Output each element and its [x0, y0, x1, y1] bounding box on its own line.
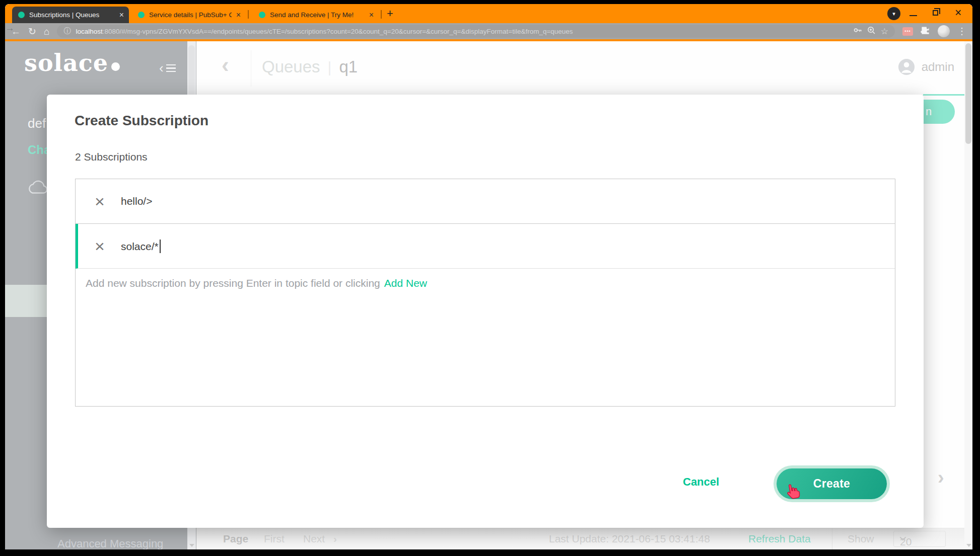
cursor-hand-icon: [784, 482, 802, 504]
close-window-button[interactable]: ×: [955, 6, 961, 20]
tab-favicon-icon: [259, 12, 265, 18]
helper-text: Add new subscription by pressing Enter i…: [76, 269, 895, 289]
subscription-list: × hello/> × solace/* Add new subscriptio…: [75, 179, 895, 407]
new-tab-button[interactable]: +: [387, 7, 393, 20]
helper-text-body: Add new subscription by pressing Enter i…: [86, 277, 380, 289]
add-new-link[interactable]: Add New: [384, 277, 427, 289]
topic-text: solace/*: [121, 241, 159, 252]
browser-tab-service-details[interactable]: Service details | PubSub+ Cloud ×: [132, 7, 246, 23]
subscription-count: 2 Subscriptions: [75, 151, 148, 163]
tab-close-icon[interactable]: ×: [236, 11, 241, 19]
tab-search-button[interactable]: ▾: [887, 7, 900, 20]
text-caret: [160, 240, 161, 253]
tab-close-icon[interactable]: ×: [369, 11, 374, 19]
browser-tab-try-me[interactable]: Send and Receive | Try Me! ×: [253, 7, 379, 23]
topic-input[interactable]: hello/>: [121, 195, 152, 207]
subscription-row: × hello/>: [76, 179, 895, 224]
screen: Subscriptions | Queues × Service details…: [0, 0, 980, 556]
modal-title: Create Subscription: [75, 113, 208, 129]
browser-window: Subscriptions | Queues × Service details…: [5, 4, 972, 549]
cancel-button[interactable]: Cancel: [683, 475, 719, 489]
browser-tab-subscriptions[interactable]: Subscriptions | Queues ×: [12, 7, 129, 23]
tab-title: Service details | PubSub+ Cloud: [149, 11, 232, 19]
minimize-button[interactable]: [909, 15, 917, 16]
subscription-row: × solace/*: [76, 224, 895, 269]
delete-subscription-icon[interactable]: ×: [91, 193, 109, 210]
topic-input[interactable]: solace/*: [121, 240, 161, 253]
browser-titlebar: Subscriptions | Queues × Service details…: [5, 4, 972, 23]
create-subscription-modal: Create Subscription 2 Subscriptions × he…: [47, 95, 924, 528]
tab-separator: [248, 10, 249, 19]
restore-button[interactable]: [933, 10, 938, 16]
delete-subscription-icon[interactable]: ×: [91, 237, 109, 255]
tab-title: Subscriptions | Queues: [29, 11, 115, 19]
tab-title: Send and Receive | Try Me!: [270, 11, 365, 19]
forward-button[interactable]: →: [5, 23, 972, 39]
browser-addressbar: ← → ↻ ⌂ ⓘ localhost:8080/#/msg-vpns/ZGVm…: [5, 23, 972, 39]
tab-favicon-icon: [18, 12, 25, 18]
tab-close-icon[interactable]: ×: [119, 11, 124, 19]
tab-favicon-icon: [138, 12, 145, 18]
tab-separator: [381, 10, 382, 19]
